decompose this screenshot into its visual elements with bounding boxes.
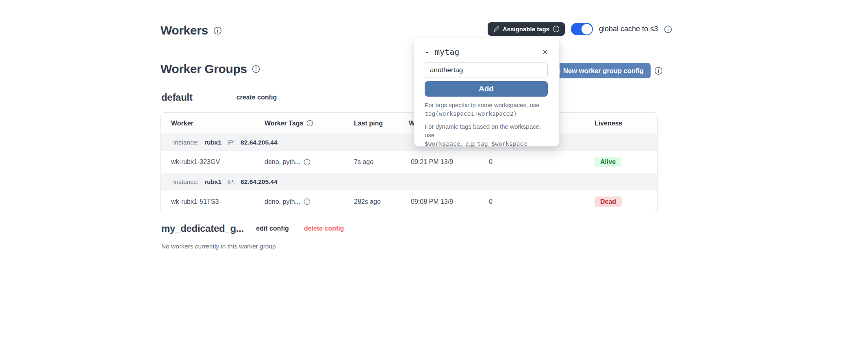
col-header-worker: Worker [171,120,265,127]
toggle-knob [582,24,592,35]
status-badge-alive: Alive [595,157,621,167]
tag-name: mytag [435,47,459,57]
last-ping-cell: 7s ago [354,158,409,166]
jobs-cell: 0 [487,158,592,166]
tags-info-icon[interactable] [304,159,310,166]
instance-row: Instance: rubx1 IP: 82.64.205.44 [161,173,657,190]
delete-config-button[interactable]: delete config [304,225,344,232]
top-controls: Assignable tags global cache to s3 [488,22,672,36]
col-header-last-ping: Last ping [354,120,409,127]
worker-start-cell: 09:08 PM 13/9 [409,198,487,205]
close-icon[interactable]: ✕ [542,48,548,56]
tags-info-icon[interactable] [304,198,310,205]
global-cache-label: global cache to s3 [599,25,658,33]
worker-tags-info-icon[interactable] [306,120,313,127]
global-cache-info-icon[interactable] [664,25,672,33]
workers-page: Workers Assignable tags global cache to … [0,0,868,339]
worker-tags-cell: deno, pyth... [265,198,354,205]
popup-help-workspaces: For tags specific to some workspaces, us… [425,101,548,118]
worker-start-cell: 09:21 PM 13/9 [409,158,487,166]
default-group-row: default create config [161,92,277,103]
workers-info-icon[interactable] [213,26,222,35]
worker-row: wk-rubx1-323GV deno, pyth... 7s ago 09:2… [161,151,657,173]
last-ping-cell: 282s ago [354,198,409,205]
worker-groups-controls: + New worker group config [551,63,663,78]
popup-help-dynamic: For dynamic tags based on the workspace,… [425,122,548,148]
remove-tag-button[interactable]: - [425,47,430,57]
new-tag-input[interactable] [425,62,548,78]
popup-header: - mytag ✕ [425,47,548,57]
col-header-worker-tags: Worker Tags [265,120,354,127]
add-tag-button[interactable]: Add [425,81,548,97]
group-name-dedicated: my_dedicated_g... [161,223,244,234]
new-worker-group-config-button[interactable]: + New worker group config [551,63,651,78]
instance-ip: 82.64.205.44 [241,178,278,186]
assignable-tags-button[interactable]: Assignable tags [488,22,565,36]
worker-groups-info-icon[interactable] [252,65,260,73]
pencil-icon [493,26,499,32]
instance-label: Instance: [173,139,199,146]
worker-groups-heading: Worker Groups [161,62,247,76]
edit-config-button[interactable]: edit config [256,225,289,232]
worker-name: wk-rubx1-323GV [171,158,265,166]
instance-label: Instance: [173,178,199,186]
global-cache-toggle[interactable] [571,23,593,35]
page-title-row: Workers [161,24,222,37]
dedicated-group-row: my_dedicated_g... edit config delete con… [161,223,344,234]
col-header-liveness: Liveness [592,120,657,127]
assignable-tags-popup: - mytag ✕ Add For tags specific to some … [414,38,560,147]
create-config-button[interactable]: create config [237,94,277,101]
empty-group-message: No workers currently in this worker grou… [161,243,276,250]
instance-ip: 82.64.205.44 [241,139,278,146]
new-config-info-icon[interactable] [654,67,663,75]
liveness-cell: Alive [592,157,657,167]
ip-label: IP: [227,178,235,186]
jobs-cell: 0 [487,198,592,205]
page-title: Workers [161,24,208,37]
assignable-tags-info-icon [553,26,560,32]
worker-row: wk-rubx1-51TS3 deno, pyth... 282s ago 09… [161,190,657,213]
ip-label: IP: [227,139,235,146]
instance-name: rubx1 [204,139,221,146]
help-code-workspace-var: $workspace, [425,140,464,147]
assignable-tags-label: Assignable tags [503,26,549,32]
worker-tags-cell: deno, pyth... [265,158,354,166]
liveness-cell: Dead [592,196,657,207]
instance-name: rubx1 [204,178,221,186]
help-code-workspaces: tag(workspace1+workspace2) [425,110,517,117]
worker-name: wk-rubx1-51TS3 [171,198,265,205]
workers-table: Worker Worker Tags Last ping Worker star… [161,112,658,213]
status-badge-dead: Dead [595,196,622,207]
worker-groups-heading-row: Worker Groups [161,62,260,76]
help-code-tag-workspace: tag-$workspace [477,140,527,147]
group-name-default: default [161,92,193,103]
table-header-row: Worker Worker Tags Last ping Worker star… [161,113,657,134]
instance-row: Instance: rubx1 IP: 82.64.205.44 [161,134,657,151]
